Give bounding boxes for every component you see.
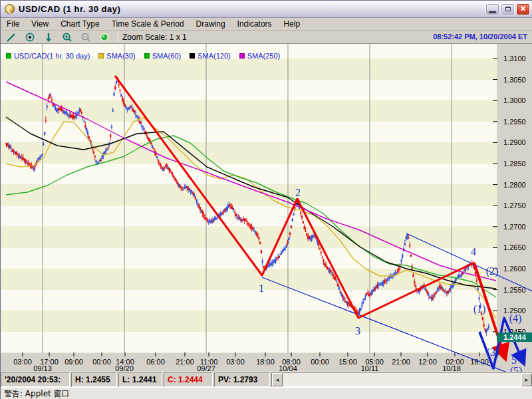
wave-label-p3p: (3) <box>487 346 499 358</box>
wave-label-3: 3 <box>355 325 360 336</box>
status-close: C: 1.2444 <box>164 372 213 387</box>
minimize-button[interactable]: ▬ <box>485 3 499 15</box>
status-high: H: 1.2455 <box>71 372 117 387</box>
menu-bar: FileViewChart TypeTime Scale & PeriodDra… <box>1 18 532 31</box>
toolbar-separator <box>118 32 118 42</box>
x-axis-time-label: 21:00 <box>176 358 194 366</box>
legend-label: SMA(30) <box>106 52 135 60</box>
x-axis-time-label: 03:00 <box>226 358 245 366</box>
wave-label-5: 5 <box>511 354 517 366</box>
y-axis-label: 1.2800 <box>503 181 526 189</box>
line-draw-tool-button[interactable] <box>3 31 19 43</box>
legend-swatch-icon <box>239 53 245 59</box>
menu-item-view[interactable]: View <box>25 18 55 30</box>
legend-label: SMA(250) <box>247 52 281 60</box>
menu-item-chart-type[interactable]: Chart Type <box>55 18 105 30</box>
legend-swatch-icon <box>6 53 11 59</box>
wave-label-p2p: (2) <box>486 265 499 277</box>
y-axis-label: 1.3000 <box>503 96 526 104</box>
x-axis-time-label: 15:00 <box>338 358 357 366</box>
legend-item: SMA(250) <box>239 52 281 60</box>
crosshair-icon <box>25 32 35 43</box>
wave-label-2: 2 <box>295 187 301 198</box>
legend-swatch-icon <box>190 53 195 59</box>
legend-swatch-icon <box>144 53 150 59</box>
scroll-right-button[interactable]: ► <box>521 373 532 386</box>
legend-label: SMA(60) <box>152 52 181 60</box>
x-axis-time-label: 18:00 <box>256 358 275 366</box>
close-icon: ✕ <box>520 5 526 13</box>
chart-legend: USD/CAD(1 hr. 30 day)SMA(30)SMA(60)SMA(1… <box>6 52 289 60</box>
price-bands <box>1 44 497 353</box>
y-axis-label: 1.2900 <box>503 138 526 146</box>
chart-canvas[interactable]: 1.31001.30501.30001.29501.29001.28501.28… <box>1 44 532 372</box>
wave-label-p1p: (1) <box>473 303 486 315</box>
y-axis-label: 1.2750 <box>503 201 526 209</box>
line-draw-icon <box>6 32 17 43</box>
x-axis-time-label: 03:00 <box>13 358 32 366</box>
app-window: USD/CAD (1 hr. 30 day) ▬ ✕ FileViewChart… <box>0 0 532 399</box>
legend-item: USD/CAD(1 hr. 30 day) <box>6 52 90 60</box>
down-arrow-icon <box>43 32 54 43</box>
status-pivot: PV: 1.2793 <box>214 372 270 387</box>
legend-label: SMA(120) <box>198 52 231 60</box>
x-axis-time-label: 06:00 <box>146 358 165 366</box>
scrollbar-track[interactable] <box>283 373 521 386</box>
x-axis-time-label: 12:00 <box>418 358 437 366</box>
y-axis-label: 1.2600 <box>503 265 526 273</box>
menu-item-drawing[interactable]: Drawing <box>190 18 231 30</box>
status-datetime: '20/2004 20:53: <box>1 372 70 387</box>
horizontal-scrollbar[interactable]: ◄ ► <box>271 372 532 387</box>
wave-label-1: 1 <box>259 283 264 294</box>
applet-warning-text: 警告: Applet 窗口 <box>4 388 70 399</box>
menu-item-indicators[interactable]: Indicators <box>231 18 278 30</box>
menu-item-file[interactable]: File <box>1 18 25 30</box>
menu-item-help[interactable]: Help <box>278 18 307 30</box>
zoom-scale-label: Zoom Scale: 1 x 1 <box>122 33 187 42</box>
down-arrow-tool-button[interactable] <box>41 31 57 43</box>
y-axis-label: 1.2950 <box>503 118 526 126</box>
zoom-out-tool-button[interactable] <box>78 31 94 43</box>
indicator-dot-tool-button[interactable] <box>96 31 112 43</box>
x-axis-date-label: 09/13 <box>33 364 52 372</box>
legend-item: SMA(120) <box>190 52 231 60</box>
x-axis-time-label: 21:00 <box>392 358 410 366</box>
app-coin-icon <box>5 4 15 14</box>
applet-warning-bar: 警告: Applet 窗口 <box>1 387 532 399</box>
last-price-value: 1.2444 <box>503 333 527 341</box>
x-axis-time-label: 00:00 <box>311 358 329 366</box>
restore-icon <box>505 7 511 11</box>
toolbar: Zoom Scale: 1 x 1 08:52:42 PM, 10/20/200… <box>1 31 532 44</box>
x-axis-date-label: 10/11 <box>361 364 379 372</box>
minimize-icon: ▬ <box>489 7 496 15</box>
y-axis-label: 1.2700 <box>503 223 526 231</box>
wave-label-4: 4 <box>471 246 476 257</box>
zoom-out-icon <box>80 32 91 43</box>
y-axis-label: 1.3050 <box>503 76 526 84</box>
window-title: USD/CAD (1 hr. 30 day) <box>19 4 484 14</box>
y-axis-label: 1.2650 <box>503 243 526 251</box>
y-axis-label: 1.2850 <box>503 160 526 168</box>
legend-item: SMA(60) <box>144 52 181 60</box>
x-axis-date-label: 09/20 <box>115 364 134 372</box>
wave-label-p5p: (5) <box>510 365 523 372</box>
zoom-in-tool-button[interactable] <box>59 31 75 43</box>
x-axis-time-label: 09:00 <box>65 358 83 366</box>
zoom-in-icon <box>62 32 72 43</box>
x-axis-date-label: 10/04 <box>279 364 297 372</box>
title-bar: USD/CAD (1 hr. 30 day) ▬ ✕ <box>1 1 532 18</box>
crosshair-tool-button[interactable] <box>22 31 38 43</box>
scroll-left-button[interactable]: ◄ <box>272 373 283 386</box>
y-axis-label: 1.3100 <box>503 55 526 63</box>
close-button[interactable]: ✕ <box>516 3 530 15</box>
status-low: L: 1.2441 <box>118 372 162 387</box>
status-bar: '20/2004 20:53: H: 1.2455 L: 1.2441 C: 1… <box>1 372 532 387</box>
x-axis-date-label: 09/27 <box>197 364 215 372</box>
x-axis-time-label: 00:00 <box>92 358 111 366</box>
menu-item-time-scale-period[interactable]: Time Scale & Period <box>106 18 190 30</box>
legend-swatch-icon <box>98 53 104 59</box>
legend-label: USD/CAD(1 hr. 30 day) <box>14 52 90 60</box>
restore-button[interactable] <box>501 3 515 15</box>
market-clock: 08:52:42 PM, 10/20/2004 ET <box>433 33 527 41</box>
legend-item: SMA(30) <box>98 52 135 60</box>
